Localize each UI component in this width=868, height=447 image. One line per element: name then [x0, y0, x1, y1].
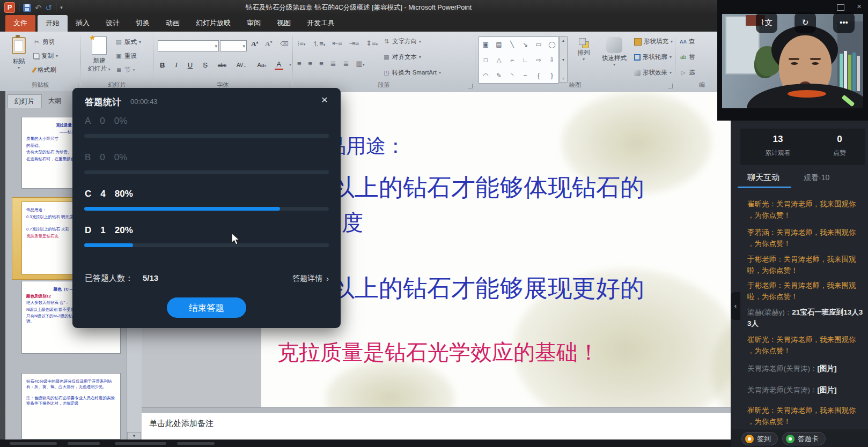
- chat-message: 崔昕光：关胃涛老师，我来围观你 ，为你点赞！: [747, 405, 868, 427]
- window-title: 钻石及钻石分级第四章 钻石的4C分级概述 [兼容模式] - Microsoft …: [0, 3, 717, 12]
- section-button[interactable]: ≣节 ▾: [115, 66, 135, 74]
- sign-in-button[interactable]: 签到: [741, 432, 778, 445]
- character-spacing-button[interactable]: AV↔: [234, 62, 249, 69]
- arrange-button[interactable]: 排列 ▾: [573, 38, 594, 62]
- tab-home[interactable]: 开始: [38, 15, 68, 32]
- paragraph-dialog-launcher[interactable]: [468, 84, 473, 88]
- ribbon-group-drawing: ▣▤╲↘▭◯ □△⌐∟⇨⇩ ◠✎◝~{} ▴▾▿ 排列 ▾ 快速样式 ▾ 形状填…: [475, 32, 675, 91]
- bold-button[interactable]: B: [158, 61, 167, 70]
- replace-button[interactable]: ab替: [680, 53, 695, 61]
- columns-button[interactable]: ▥▾: [356, 59, 365, 68]
- format-painter-button[interactable]: 格式刷: [33, 66, 56, 74]
- line-spacing-button[interactable]: ⇕≡▾: [366, 39, 378, 49]
- status-text-dim: [115, 442, 166, 445]
- increase-indent-button[interactable]: ⇥≡: [349, 39, 359, 49]
- quiz-option-b: B00%: [85, 152, 127, 163]
- cut-button[interactable]: ✂剪切: [33, 38, 55, 46]
- font-color-button[interactable]: A: [275, 59, 284, 70]
- select-button[interactable]: ▷选: [680, 69, 695, 77]
- clear-formatting-button[interactable]: ⌫: [278, 39, 289, 48]
- numbering-button[interactable]: ⒈≡▾: [312, 39, 325, 49]
- quick-styles-button[interactable]: 快速样式 ▾: [598, 37, 631, 67]
- notes-pane[interactable]: 单击此处添加备注: [141, 413, 731, 440]
- tab-file[interactable]: 文件: [5, 15, 35, 32]
- shape-outline-button[interactable]: 形状轮廓 ▾: [634, 53, 672, 61]
- sign-in-icon: [745, 435, 754, 443]
- align-text-button[interactable]: ▦对齐文本 ▾: [383, 53, 421, 61]
- tab-watching[interactable]: 观看·10: [804, 173, 829, 183]
- restore-window-icon[interactable]: [837, 4, 844, 11]
- shape-effects-button[interactable]: 形状效果 ▾: [634, 69, 672, 77]
- status-text-dim: [10, 442, 57, 445]
- decrease-indent-button[interactable]: ⇤≡: [332, 39, 342, 49]
- more-options-icon[interactable]: •••: [833, 12, 855, 33]
- ribbon-group-clipboard: 粘贴 ▾ ✂剪切 复制 ▾ 格式刷 剪贴板: [0, 32, 80, 91]
- find-button[interactable]: AA查: [680, 38, 695, 46]
- copy-button[interactable]: 复制 ▾: [33, 52, 58, 60]
- status-text-dim: [177, 442, 215, 445]
- app-left-strip: [0, 91, 5, 439]
- font-size-select[interactable]: ▾: [220, 40, 247, 51]
- shape-fill-icon: [634, 38, 642, 46]
- drawing-dialog-launcher[interactable]: [668, 84, 673, 88]
- underline-button[interactable]: U: [186, 61, 195, 70]
- answer-card-button[interactable]: 答题卡: [782, 432, 826, 445]
- font-color-dropdown-icon[interactable]: ▾: [289, 63, 291, 67]
- format-painter-icon: [32, 67, 37, 73]
- new-slide-button[interactable]: ★ 新建 幻灯片 ▾: [85, 36, 113, 73]
- shape-fill-button[interactable]: 形状填充 ▾: [634, 38, 673, 46]
- font-name-select[interactable]: ▾: [158, 40, 219, 51]
- justify-button[interactable]: ≣: [330, 59, 336, 68]
- end-quiz-button[interactable]: 结束答题: [167, 297, 246, 318]
- arrange-icon: [579, 38, 589, 48]
- tab-slides-thumbnails[interactable]: 幻灯片: [8, 94, 42, 108]
- quiz-option-d: D120%: [85, 225, 133, 236]
- distribute-button[interactable]: ≣: [343, 59, 349, 68]
- tab-design[interactable]: 设计: [98, 15, 128, 32]
- align-center-button[interactable]: ≡: [308, 59, 313, 68]
- bullets-button[interactable]: ⁝≡▾: [297, 39, 305, 49]
- paste-button[interactable]: 粘贴 ▾: [8, 37, 30, 70]
- italic-button[interactable]: I: [173, 60, 179, 70]
- answered-count: 已答题人数：5/13: [85, 273, 158, 284]
- tab-outline[interactable]: 大纲: [42, 94, 68, 108]
- shapes-gallery[interactable]: ▣▤╲↘▭◯ □△⌐∟⇨⇩ ◠✎◝~{}: [479, 36, 559, 84]
- convert-smartart-button[interactable]: ◳转换为 SmartArt ▾: [383, 69, 441, 77]
- chevron-right-icon: ›: [326, 274, 329, 283]
- stream-stats: 13 累计观看 0 点赞: [740, 129, 865, 165]
- active-tab-underline: [738, 187, 791, 188]
- sidebar-collapse-handle[interactable]: ‹: [731, 292, 740, 320]
- align-text-icon: ▦: [383, 54, 390, 61]
- close-window-icon[interactable]: ×: [857, 2, 862, 11]
- grow-font-button[interactable]: A▴: [249, 39, 260, 49]
- tab-review[interactable]: 审阅: [239, 15, 269, 32]
- shrink-font-button[interactable]: A▾: [263, 39, 274, 49]
- change-case-button[interactable]: Aa▾: [255, 61, 269, 69]
- tab-slideshow[interactable]: 幻灯片放映: [188, 15, 239, 32]
- ribbon-group-paragraph: ⁝≡▾ ⒈≡▾ ⇤≡ ⇥≡ ⇕≡▾ ≡ ≡ ≡ ≣ ≣ ▥▾ ⇅文字方向 ▾ ▦…: [293, 32, 475, 91]
- close-icon[interactable]: ×: [321, 93, 328, 106]
- tab-animations[interactable]: 动画: [158, 15, 188, 32]
- align-right-button[interactable]: ≡: [319, 59, 323, 68]
- section-icon: ≣: [115, 66, 122, 73]
- layout-button[interactable]: ▤版式 ▾: [115, 38, 141, 46]
- rotate-camera-icon[interactable]: ↻: [795, 12, 816, 33]
- slide-text-line2: 拉以上的钻石才能够体现钻石的: [306, 172, 644, 204]
- shapes-gallery-scroll[interactable]: ▴▾▿: [559, 36, 568, 83]
- text-direction-button[interactable]: ⇅文字方向 ▾: [383, 38, 421, 46]
- chat-message-image: 关胃涛老师(关胃涛)：[图片]: [747, 384, 868, 396]
- slide-thumbnail-10[interactable]: 10 钻石4C分级中的颜色评分仅仅适用于开普系列钻石：灰、黄、褐、占大部分，无色…: [21, 373, 121, 439]
- webcam-window: ⌇文 ↻ ••• ×: [717, 0, 868, 121]
- strikethrough-button[interactable]: abc: [216, 62, 229, 69]
- tab-transitions[interactable]: 切换: [128, 15, 158, 32]
- voice-to-text-icon[interactable]: ⌇文: [756, 12, 777, 33]
- tab-insert[interactable]: 插入: [68, 15, 98, 32]
- align-left-button[interactable]: ≡: [297, 59, 301, 68]
- reset-button[interactable]: ▣重设: [115, 52, 137, 60]
- ribbon-group-slides: ★ 新建 幻灯片 ▾ ▤版式 ▾ ▣重设 ≣节 ▾ 幻灯片: [81, 32, 153, 91]
- tab-view[interactable]: 视图: [269, 15, 299, 32]
- answer-detail-link[interactable]: 答题详情›: [292, 274, 329, 284]
- tab-chat-interaction[interactable]: 聊天互动: [747, 173, 779, 183]
- tab-developer[interactable]: 开发工具: [299, 15, 343, 32]
- shadow-button[interactable]: S: [201, 61, 210, 70]
